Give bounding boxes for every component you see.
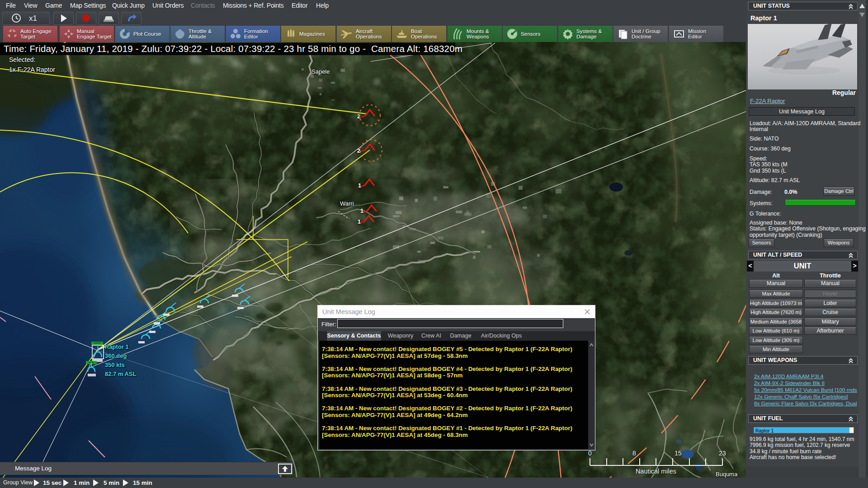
svg-text:350 kts: 350 kts bbox=[105, 361, 125, 368]
svg-text:15 min: 15 min bbox=[133, 479, 152, 486]
svg-text:360 deg: 360 deg bbox=[105, 352, 127, 359]
svg-text:1: 1 bbox=[360, 207, 363, 214]
svg-text:8: 8 bbox=[632, 450, 636, 457]
svg-text:15 sec: 15 sec bbox=[43, 479, 62, 486]
svg-text:1: 1 bbox=[358, 182, 361, 189]
svg-text:Raptor 1: Raptor 1 bbox=[105, 343, 129, 350]
svg-text:2: 2 bbox=[357, 147, 360, 154]
svg-text:5 min: 5 min bbox=[104, 479, 119, 486]
svg-text:0: 0 bbox=[588, 450, 592, 457]
svg-text:x1: x1 bbox=[29, 14, 37, 23]
svg-text:1 min: 1 min bbox=[74, 479, 90, 486]
svg-text:1: 1 bbox=[358, 218, 361, 225]
svg-text:23: 23 bbox=[719, 450, 726, 457]
svg-text:15: 15 bbox=[675, 450, 682, 457]
svg-text:82.7 m ASL: 82.7 m ASL bbox=[105, 371, 137, 377]
svg-text:Nautical miles: Nautical miles bbox=[636, 468, 676, 475]
